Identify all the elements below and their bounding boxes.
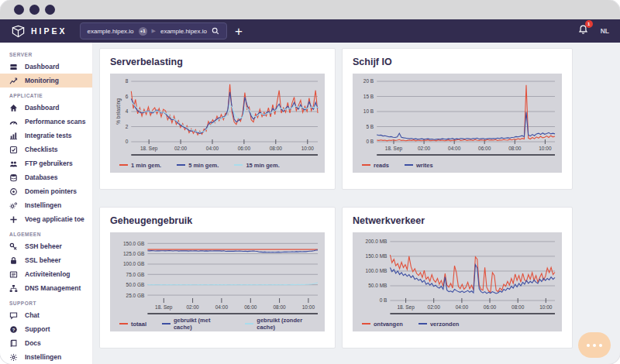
hipex-logo[interactable]: HIPEX [11,25,67,38]
svg-text:8: 8 [126,78,129,84]
home-icon [9,104,18,112]
app-window: HIPEX example.hipex.io +1 ▶ example.hipe… [0,0,620,364]
hipex-logo-icon [11,25,26,38]
legend-item: ontvangen [362,321,403,328]
chart-legend: totaalgebruikt (met cache)gebruikt (zond… [113,316,322,331]
sidebar-item-label: DNS Management [25,284,81,292]
section-label: APPLICATIE [9,93,92,98]
svg-text:4: 4 [126,108,129,114]
window-control-dot[interactable] [45,5,55,15]
window-control-dot[interactable] [29,5,40,15]
legend-swatch [162,323,170,325]
svg-text:15 B: 15 B [363,94,374,99]
sidebar-item-label: Domein pointers [25,187,77,195]
svg-text:18. Sep: 18. Sep [385,146,403,152]
site-name: example.hipex.io [88,28,134,35]
add-tab-button[interactable]: + [235,25,243,38]
sidebar-item-label: FTP gebruikers [25,160,73,167]
key-icon [9,242,18,251]
sidebar-item-ssl-beheer[interactable]: SSL beheer [0,253,92,267]
sidebar-item-performance-scans[interactable]: Performance scans [0,115,92,129]
sidebar-item-label: Docs [25,339,41,347]
sidebar-item-dns-management[interactable]: DNS Management [0,281,92,295]
chart-line-icon [9,77,18,85]
sitemap-icon [9,284,18,293]
legend-swatch [234,164,243,166]
svg-text:75.0 GB: 75.0 GB [126,272,145,277]
breadcrumb-arrow-icon: ▶ [152,28,156,34]
sidebar-item-databases[interactable]: Databases [0,170,92,184]
search-icon[interactable] [212,27,219,35]
sidebar-item-dashboard[interactable]: Dashboard [0,60,92,74]
sidebar-item-ssh-beheer[interactable]: SSH beheer [0,239,92,253]
plus-icon [9,215,18,224]
sidebar-item-checklists[interactable]: Checklists [0,143,92,156]
svg-text:6: 6 [126,94,129,99]
chart-panel: 0246818. Sep02:0004:0006:0008:0010:00% b… [110,74,325,173]
svg-text:50.0 GB: 50.0 GB [126,282,145,287]
svg-text:08:00: 08:00 [273,304,286,310]
chart-panel: 25.0 GB50.0 GB75.0 GB100.0 GB125.0 GB150… [110,232,325,331]
chat-icon [9,311,18,320]
legend-item: 1 min gem. [119,162,161,169]
legend-swatch [177,164,185,166]
sidebar-item-instellingen[interactable]: Instellingen [0,198,92,212]
gear-icon [9,353,18,362]
sidebar-item-label: Support [25,325,50,333]
book-icon [9,339,18,348]
card-title: Serverbelasting [110,57,325,67]
legend-item: gebruikt (zonder cache) [245,317,322,331]
card-schijf-io: Schijf IO 0 B5 B10 B15 B20 B18. Sep02:00… [342,48,573,190]
sidebar-item-domein-pointers[interactable]: Domein pointers [0,184,92,198]
section-label: SERVER [9,52,92,57]
sidebar-item-voeg-applicatie-toe[interactable]: Voeg applicatie toe [0,212,92,226]
logo-text: HIPEX [31,26,67,36]
sidebar-item-docs[interactable]: Docs [0,336,92,350]
svg-text:10:00: 10:00 [539,146,552,151]
window-control-dot[interactable] [14,5,24,15]
legend-item: gebruikt (met cache) [162,317,229,331]
sidebar-item-support[interactable]: ?Support [0,322,92,336]
svg-text:08:00: 08:00 [512,304,525,310]
geheugengebruik-chart: 25.0 GB50.0 GB75.0 GB100.0 GB125.0 GB150… [113,235,323,316]
sidebar-item-label: Performance scans [25,118,85,125]
sidebar-item-label: Chat [25,311,40,319]
legend-swatch [362,164,370,166]
svg-text:10:00: 10:00 [539,304,553,310]
chat-fab-button[interactable] [578,332,611,358]
gauge-icon [9,118,18,126]
svg-text:02:00: 02:00 [418,146,431,151]
svg-text:0: 0 [126,139,129,144]
sidebar-item-label: Dashboard [25,104,59,112]
svg-text:10:00: 10:00 [302,304,315,310]
sidebar-item-chat[interactable]: Chat [0,308,92,322]
legend-item: verzonden [418,321,460,328]
svg-text:0 B: 0 B [380,297,388,303]
card-title: Netwerkverkeer [353,215,562,226]
legend-swatch [418,323,427,325]
sidebar-item-activiteitenlog[interactable]: Activiteitenlog [0,267,92,281]
svg-text:02:00: 02:00 [428,304,441,310]
sidebar-item-ftp-gebruikers[interactable]: FTP gebruikers [0,156,92,170]
svg-text:100.0 GB: 100.0 GB [123,261,144,266]
sidebar-item-instellingen[interactable]: Instellingen [0,350,92,364]
svg-text:10 B: 10 B [363,108,374,114]
sidebar-item-integratie-tests[interactable]: Integratie tests [0,129,92,143]
svg-text:0 B: 0 B [366,139,374,144]
users-icon [9,160,18,168]
card-netwerkverkeer: Netwerkverkeer 0 B50.0 MB100.0 MB150.0 M… [342,207,573,349]
serverbelasting-chart: 0246818. Sep02:0004:0006:0008:0010:00% b… [113,77,323,157]
legend-swatch [119,164,128,166]
site-search-bar[interactable]: example.hipex.io +1 ▶ example.hipex.io [80,22,227,39]
locale-switcher[interactable]: NL [601,27,609,35]
sidebar-item-monitoring[interactable]: Monitoring [0,74,92,88]
svg-text:?: ? [12,327,16,331]
sidebar-item-label: Activiteitenlog [25,270,71,278]
lock-icon [9,256,18,265]
section-label: ALGEMEEN [9,232,92,237]
sidebar-item-label: Monitoring [25,77,59,84]
svg-text:02:00: 02:00 [186,304,199,310]
notifications-button[interactable]: 1 [578,24,588,38]
main-content: Serverbelasting 0246818. Sep02:0004:0006… [93,43,620,364]
sidebar-item-dashboard[interactable]: Dashboard [0,101,92,115]
